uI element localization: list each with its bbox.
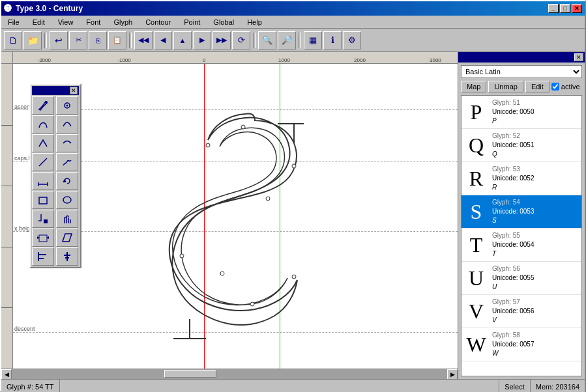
menu-file[interactable]: File: [4, 17, 23, 27]
tb-sep-4: [299, 33, 301, 48]
glyph-item-P[interactable]: P Glyph: 51 Unicode: 0050 P: [461, 96, 581, 129]
toolbar-settings[interactable]: ⚙: [343, 31, 361, 49]
glyph-num-W: Glyph: 58: [492, 331, 580, 340]
glyph-name-W: W: [492, 349, 580, 358]
descent-label: descent: [14, 326, 35, 332]
tool-align-left[interactable]: [32, 247, 54, 266]
tool-rect[interactable]: [32, 191, 54, 209]
tool-pen[interactable]: [32, 96, 54, 115]
tool-rotate[interactable]: [56, 172, 78, 190]
tool-measure[interactable]: [32, 172, 54, 190]
toolbar-zoom-out[interactable]: 🔎: [278, 31, 296, 49]
empty-status: [60, 380, 500, 392]
right-panel: ✕ Basic Latin Latin-1 Supplement Latin E…: [458, 52, 585, 379]
scroll-track[interactable]: [12, 369, 447, 379]
toolbar-up[interactable]: ▲: [173, 31, 192, 49]
ruler-horizontal: -2000 -1000 0 1000 2000 3000: [13, 52, 458, 63]
tool-node[interactable]: [56, 96, 78, 115]
window-buttons: _ □ ✕: [548, 4, 582, 13]
ruler-top: -2000 -1000 0 1000 2000 3000: [1, 52, 458, 64]
toolbar-next[interactable]: ▶: [193, 31, 211, 49]
toolbar-prev[interactable]: ◀: [154, 31, 172, 49]
glyph-s-svg: [138, 88, 307, 361]
glyph-item-T[interactable]: T Glyph: 55 Unicode: 0054 T: [461, 229, 581, 262]
active-checkbox[interactable]: [551, 83, 559, 91]
glyph-item-S[interactable]: S Glyph: 54 Unicode: 0053 S: [461, 195, 581, 229]
minimize-button[interactable]: _: [548, 4, 559, 13]
ruler-tick-2000: 2000: [354, 57, 366, 63]
toolbar-open[interactable]: 📁: [23, 31, 42, 49]
active-checkbox-container[interactable]: active: [551, 83, 580, 91]
glyph-unicode-U: Unicode: 0055: [492, 273, 580, 283]
menu-edit[interactable]: Edit: [29, 17, 49, 27]
glyph-unicode-V: Unicode: 0056: [492, 307, 580, 316]
tool-ellipse[interactable]: [56, 191, 78, 209]
panel-close-button[interactable]: ✕: [574, 53, 583, 61]
mem-status-text: Mem: 203164: [536, 383, 579, 391]
charset-dropdown[interactable]: Basic Latin Latin-1 Supplement Latin Ext…: [461, 65, 582, 78]
glyph-list[interactable]: P Glyph: 51 Unicode: 0050 P Q Glyph: 52 …: [461, 95, 582, 376]
toolbar-undo[interactable]: ↩: [50, 31, 68, 49]
tool-hand[interactable]: [56, 210, 78, 228]
tool-line[interactable]: [32, 153, 54, 171]
tool-smooth[interactable]: [56, 115, 78, 133]
tool-tangent[interactable]: [32, 134, 54, 152]
svg-rect-22: [44, 219, 48, 223]
canvas-drawing[interactable]: ascent caps.hei... x.height descent: [13, 64, 458, 369]
toolbar-grid[interactable]: ▦: [304, 31, 322, 49]
glyph-char-V: V: [461, 300, 491, 323]
toolbar-new[interactable]: 🗋: [4, 31, 22, 49]
toolbar-zoom-in[interactable]: 🔍: [258, 31, 276, 49]
svg-point-9: [292, 275, 296, 279]
tool-fill[interactable]: [32, 210, 54, 228]
menu-glyph[interactable]: Glyph: [110, 17, 136, 27]
tool-scale-x[interactable]: [32, 229, 54, 247]
glyph-unicode-T: Unicode: 0054: [492, 240, 580, 249]
svg-marker-19: [63, 179, 66, 182]
menu-contour[interactable]: Contour: [141, 17, 175, 27]
toolbar-last[interactable]: ▶▶: [212, 31, 231, 49]
titlebar: 🅣 Type 3.0 - Century _ □ ✕: [1, 1, 585, 16]
glyph-item-V[interactable]: V Glyph: 57 Unicode: 0056 V: [461, 295, 581, 328]
scroll-right-button[interactable]: ▶: [447, 369, 458, 380]
tool-align-center[interactable]: [56, 247, 78, 266]
menu-font[interactable]: Font: [82, 17, 104, 27]
toolbar-cut[interactable]: ✂: [69, 31, 87, 49]
mem-status: Mem: 203164: [531, 380, 585, 392]
glyph-info-R: Glyph: 53 Unicode: 0052 R: [491, 163, 581, 193]
glyph-item-W[interactable]: W Glyph: 58 Unicode: 0057 W: [461, 328, 581, 361]
edit-button[interactable]: Edit: [525, 81, 549, 92]
scroll-left-button[interactable]: ◀: [1, 369, 12, 380]
menu-view[interactable]: View: [54, 17, 78, 27]
tool-freehand[interactable]: [56, 153, 78, 171]
toolbox-titlebar: ✕: [32, 86, 79, 95]
menu-global[interactable]: Global: [209, 17, 238, 27]
tool-curve[interactable]: [56, 134, 78, 152]
toolbar-copy[interactable]: ⎘: [89, 31, 107, 49]
toolbar-first[interactable]: ◀◀: [134, 31, 153, 49]
toolbar-paste[interactable]: 📋: [108, 31, 126, 49]
glyph-item-R[interactable]: R Glyph: 53 Unicode: 0052 R: [461, 162, 581, 195]
ruler-tick-neg1000: -1000: [117, 57, 130, 63]
close-button[interactable]: ✕: [572, 4, 582, 13]
maximize-button[interactable]: □: [560, 4, 570, 13]
toolbox-close-button[interactable]: ✕: [70, 87, 78, 94]
menu-point[interactable]: Point: [180, 17, 204, 27]
tool-shear[interactable]: [56, 229, 78, 247]
app-icon: 🅣: [4, 4, 12, 13]
map-button[interactable]: Map: [461, 81, 486, 92]
unmap-button[interactable]: Unmap: [488, 81, 523, 92]
glyph-item-Q[interactable]: Q Glyph: 52 Unicode: 0051 Q: [461, 129, 581, 162]
svg-point-8: [241, 125, 245, 129]
scroll-thumb[interactable]: [164, 370, 216, 378]
glyph-item-U[interactable]: U Glyph: 56 Unicode: 0055 U: [461, 262, 581, 295]
canvas-body: ascent caps.hei... x.height descent: [1, 64, 458, 369]
toolbar-info[interactable]: ℹ: [323, 31, 342, 49]
toolbar-refresh[interactable]: ⟳: [232, 31, 250, 49]
menu-help[interactable]: Help: [243, 17, 266, 27]
glyph-char-W: W: [461, 333, 491, 356]
tool-corner[interactable]: [32, 115, 54, 133]
toolbox: ✕: [29, 83, 81, 268]
active-label: active: [561, 83, 580, 91]
glyph-status: Glyph #: 54 TT: [1, 380, 60, 392]
